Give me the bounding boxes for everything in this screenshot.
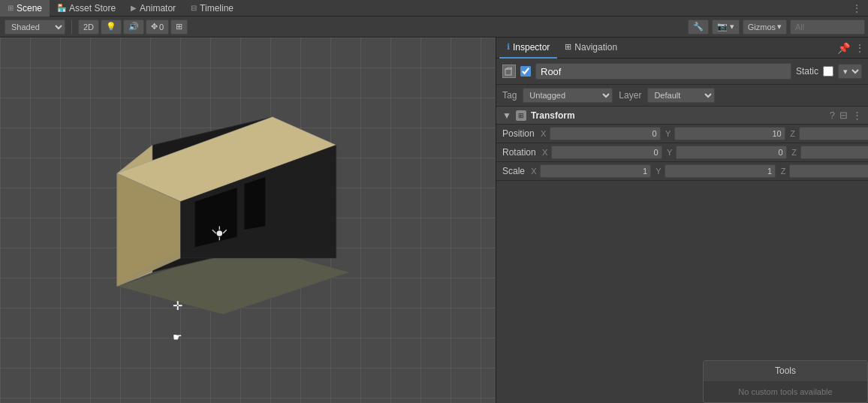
rotation-label: Rotation xyxy=(502,147,536,158)
scale-row: Scale X Y Z xyxy=(496,162,868,181)
layer-label: Layer xyxy=(619,90,641,101)
sep1 xyxy=(71,20,72,34)
scale-y-input[interactable] xyxy=(665,164,776,178)
static-dropdown[interactable]: ▾ xyxy=(838,64,862,79)
scale-y-axis: Y xyxy=(654,167,663,176)
layer-select[interactable]: Default xyxy=(647,88,715,103)
inspector-panel: ℹ Inspector ⊞ Navigation 📌 ⋮ xyxy=(496,38,868,403)
tab-animator[interactable]: ▶ Animator xyxy=(123,0,183,17)
tag-layer-row: Tag Untagged Layer Default xyxy=(496,85,868,107)
rotation-z-input[interactable] xyxy=(800,146,868,159)
tab-inspector-label: Inspector xyxy=(513,42,550,53)
cube-icon xyxy=(504,66,514,77)
rotation-z-axis: Z xyxy=(790,148,799,157)
tab-timeline-label: Timeline xyxy=(200,3,234,14)
rotation-fields: X Y Z xyxy=(541,146,868,159)
pin-button[interactable]: 📌 xyxy=(837,42,850,54)
scale-z-field: Z xyxy=(779,164,868,178)
rotation-x-field: X xyxy=(541,146,662,159)
position-y-axis: Y xyxy=(664,129,673,138)
effects-button[interactable]: ✥ 0 xyxy=(146,20,169,35)
scale-fields: X Y Z xyxy=(529,164,868,178)
tabs-more-button[interactable]: ⋮ xyxy=(851,2,868,14)
svg-marker-8 xyxy=(244,176,265,230)
position-z-field: Z xyxy=(788,127,868,140)
tag-label: Tag xyxy=(502,90,517,101)
scene-view[interactable]: ✛ ☛ xyxy=(0,38,496,403)
scale-y-field: Y xyxy=(654,164,776,178)
position-x-field: X xyxy=(539,127,661,140)
scale-x-field: X xyxy=(529,164,651,178)
tab-timeline[interactable]: ⊟ Timeline xyxy=(183,0,241,17)
scale-z-axis: Z xyxy=(779,167,788,176)
effects-value: 0 xyxy=(159,23,164,32)
view-group: 2D 💡 🔊 ✥ 0 ⊞ xyxy=(77,20,189,35)
gizmos-button[interactable]: Gizmos ▾ xyxy=(743,20,787,35)
scale-x-input[interactable] xyxy=(540,164,651,178)
rotation-y-input[interactable] xyxy=(676,146,787,159)
tab-asset-store-label: Asset Store xyxy=(69,3,116,14)
tab-navigation-label: Navigation xyxy=(574,42,617,53)
wrench-button[interactable]: 🔧 xyxy=(688,20,709,35)
static-label: Static xyxy=(796,66,818,77)
transform-help-button[interactable]: ? xyxy=(830,110,835,121)
transform-menu-button[interactable]: ⋮ xyxy=(852,110,862,121)
tag-select[interactable]: Untagged xyxy=(523,88,613,103)
object-header: Static ▾ xyxy=(496,59,868,85)
transform-section: ▼ ⊞ Transform ? ⊟ ⋮ Position X xyxy=(496,107,868,181)
navigation-icon: ⊞ xyxy=(565,42,571,52)
tab-navigation[interactable]: ⊞ Navigation xyxy=(557,38,625,59)
camera-button[interactable]: 📷 ▾ xyxy=(712,20,740,35)
position-row: Position X Y Z xyxy=(496,125,868,143)
2d-button[interactable]: 2D xyxy=(78,20,99,35)
asset-store-icon: 🏪 xyxy=(57,4,66,12)
audio-button[interactable]: 🔊 xyxy=(123,20,144,35)
lights-button[interactable]: 💡 xyxy=(101,20,122,35)
position-z-axis: Z xyxy=(788,129,797,138)
animator-icon: ▶ xyxy=(131,4,137,12)
tools-title: Tools xyxy=(704,361,867,381)
object-type-icon xyxy=(502,65,516,78)
position-x-input[interactable] xyxy=(550,127,661,140)
hand-cursor: ☛ xyxy=(173,331,182,343)
tab-asset-store[interactable]: 🏪 Asset Store xyxy=(50,0,123,17)
static-checkbox[interactable] xyxy=(823,66,833,77)
transform-settings-button[interactable]: ⊟ xyxy=(839,110,848,121)
scene-search-input[interactable] xyxy=(790,20,865,35)
effects-icon: ✥ xyxy=(151,22,158,32)
gizmos-arrow: ▾ xyxy=(777,22,782,32)
position-fields: X Y Z xyxy=(539,127,868,140)
rotation-y-field: Y xyxy=(665,146,787,159)
scale-label: Scale xyxy=(502,166,525,176)
rotation-x-axis: X xyxy=(541,148,550,157)
rotation-x-input[interactable] xyxy=(551,146,662,159)
svg-point-15 xyxy=(217,230,223,236)
tools-body: No custom tools available xyxy=(704,381,867,402)
svg-marker-21 xyxy=(505,68,511,69)
inspector-menu-button[interactable]: ⋮ xyxy=(854,42,865,54)
tab-inspector[interactable]: ℹ Inspector xyxy=(499,38,557,59)
position-y-input[interactable] xyxy=(674,127,785,140)
inspector-tabs: ℹ Inspector ⊞ Navigation 📌 ⋮ xyxy=(496,38,868,59)
object-name-input[interactable] xyxy=(535,63,791,80)
grid-button[interactable]: ⊞ xyxy=(170,20,188,35)
tab-animator-label: Animator xyxy=(140,3,176,14)
object-active-checkbox[interactable] xyxy=(520,66,531,77)
position-x-axis: X xyxy=(539,129,548,138)
inspector-tabs-right: 📌 ⋮ xyxy=(837,42,865,54)
transform-collapse-arrow: ▼ xyxy=(502,110,511,121)
shaded-group: Shaded Wireframe xyxy=(3,20,67,35)
shaded-select[interactable]: Shaded Wireframe xyxy=(5,20,65,35)
position-z-input[interactable] xyxy=(799,127,868,140)
scale-z-input[interactable] xyxy=(789,164,868,178)
scale-x-axis: X xyxy=(529,167,538,176)
rotation-row: Rotation X Y Z xyxy=(496,143,868,162)
inspector-body: Tools No custom tools available xyxy=(496,181,868,403)
transform-title: Transform xyxy=(531,110,825,121)
transform-header[interactable]: ▼ ⊞ Transform ? ⊟ ⋮ xyxy=(496,107,868,125)
rotation-z-field: Z xyxy=(790,146,868,159)
building-3d xyxy=(80,89,366,329)
main-content: ✛ ☛ ℹ Inspector ⊞ Navigation 📌 ⋮ xyxy=(0,38,868,403)
tab-scene[interactable]: ⊞ Scene xyxy=(0,0,50,17)
rotation-y-axis: Y xyxy=(665,148,674,157)
